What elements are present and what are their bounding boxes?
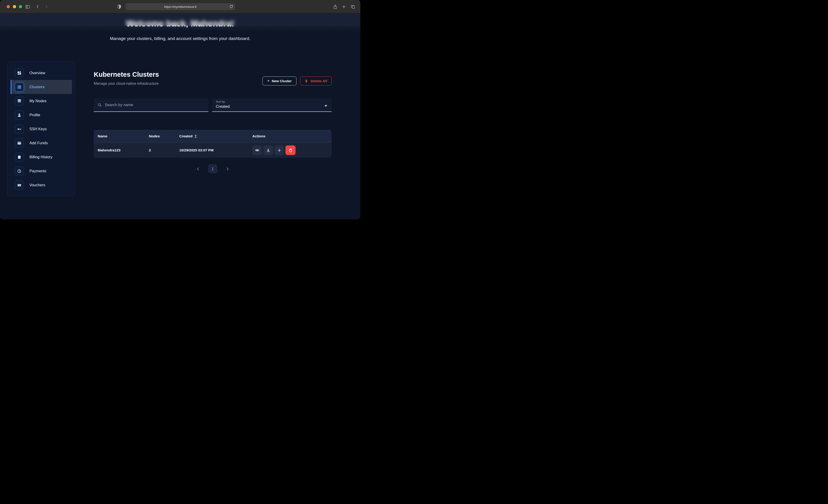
search-input[interactable]	[105, 103, 205, 107]
welcome-subtitle: Manage your clusters, billing, and accou…	[0, 36, 360, 41]
sidebar-item-label: My Nodes	[30, 99, 46, 103]
delete-all-label: Delete All	[310, 79, 327, 83]
sidebar-item-profile[interactable]: Profile	[10, 108, 72, 122]
zoom-window-button[interactable]	[19, 5, 22, 8]
sort-dropdown[interactable]: Sort by Created	[212, 98, 332, 112]
share-icon[interactable]	[333, 4, 338, 9]
cluster-created-cell: 10/29/2025 03:07 PM	[179, 143, 213, 158]
forward-button[interactable]	[44, 4, 49, 9]
column-header-name: Name	[98, 130, 107, 143]
chevron-down-icon	[324, 104, 328, 108]
sidebar-item-label: Overview	[30, 71, 45, 75]
browser-toolbar: https://myceliumcloud.tf	[0, 0, 360, 13]
sidebar-item-label: Payments	[30, 169, 46, 173]
page-number[interactable]: 1	[208, 164, 217, 173]
sidebar-item-add-funds[interactable]: Add Funds	[10, 136, 72, 150]
table-header-row: Name Nodes Created Actions	[94, 130, 332, 143]
new-tab-icon[interactable]	[341, 4, 346, 9]
download-icon	[266, 148, 271, 153]
sidebar-item-label: SSH Keys	[30, 127, 47, 131]
next-page-button[interactable]	[226, 167, 230, 171]
trash-icon	[288, 148, 293, 153]
sidebar-item-vouchers[interactable]: Vouchers	[10, 178, 72, 192]
pagination: 1	[94, 164, 332, 173]
column-header-nodes: Nodes	[149, 130, 160, 143]
plus-glyph: +	[267, 79, 270, 83]
close-window-button[interactable]	[7, 5, 10, 8]
tab-overview-icon[interactable]	[350, 4, 356, 9]
page-title: Kubernetes Clusters	[94, 71, 159, 78]
cluster-nodes-cell: 2	[149, 143, 151, 158]
search-icon	[97, 103, 102, 107]
new-cluster-button[interactable]: + New Cluster	[262, 77, 296, 85]
sidebar-item-label: Clusters	[30, 85, 45, 89]
sidebar-nav: Overview Clusters	[7, 61, 75, 197]
ticket-icon	[15, 180, 24, 190]
sidebar-toggle-icon[interactable]	[25, 4, 30, 9]
server-stack-icon	[15, 82, 24, 92]
clock-icon	[15, 167, 24, 176]
receipt-icon	[15, 153, 24, 162]
cluster-actions-cell	[252, 143, 295, 158]
column-header-created[interactable]: Created	[179, 130, 197, 143]
key-icon	[15, 125, 24, 134]
view-cluster-button[interactable]	[252, 145, 262, 155]
sticky-header-band	[0, 13, 360, 26]
delete-cluster-button[interactable]	[285, 145, 295, 155]
sort-updown-icon	[195, 134, 197, 138]
trash-icon	[304, 79, 308, 83]
table-row: Mahendra123 2 10/29/2025 03:07 PM	[94, 143, 332, 158]
browser-window: https://myceliumcloud.tf Welcome back, M…	[0, 0, 360, 219]
clusters-table: Name Nodes Created Actions Mahendra123 2…	[94, 130, 332, 158]
download-kubeconfig-button[interactable]	[263, 145, 273, 155]
delete-all-button[interactable]: Delete All	[300, 77, 332, 85]
add-node-button[interactable]	[275, 145, 284, 155]
sidebar-item-my-nodes[interactable]: My Nodes	[10, 94, 72, 108]
sidebar-item-payments[interactable]: Payments	[10, 164, 72, 178]
credit-card-icon	[15, 138, 24, 148]
sidebar-item-label: Billing History	[30, 155, 52, 159]
eye-icon	[255, 148, 259, 153]
search-field[interactable]	[94, 98, 208, 112]
sidebar-item-clusters[interactable]: Clusters	[10, 80, 72, 94]
column-header-actions: Actions	[252, 130, 265, 143]
cluster-name-cell: Mahendra123	[98, 143, 120, 158]
address-bar[interactable]: https://myceliumcloud.tf	[125, 3, 235, 10]
privacy-shield-icon[interactable]	[116, 4, 122, 9]
sidebar-item-label: Profile	[30, 113, 40, 117]
new-cluster-label: New Cluster	[272, 79, 292, 83]
sort-value: Created	[216, 104, 328, 109]
minimize-window-button[interactable]	[13, 5, 16, 8]
sidebar-item-overview[interactable]: Overview	[10, 66, 72, 80]
sidebar-item-label: Add Funds	[30, 141, 48, 145]
sort-label: Sort by	[216, 100, 328, 103]
person-icon	[15, 111, 24, 120]
plus-icon	[277, 148, 282, 153]
page-content: Welcome back, Mahendra! Manage your clus…	[0, 13, 360, 219]
reload-icon[interactable]	[229, 4, 234, 10]
sidebar-item-billing-history[interactable]: Billing History	[10, 150, 72, 164]
back-button[interactable]	[35, 4, 40, 9]
node-network-icon	[15, 96, 24, 106]
previous-page-button[interactable]	[196, 167, 200, 171]
page-subtitle: Manage your cloud-native infrastructure	[94, 82, 159, 86]
sidebar-item-ssh-keys[interactable]: SSH Keys	[10, 122, 72, 136]
dashboard-grid-icon	[15, 69, 24, 78]
url-text: https://myceliumcloud.tf	[164, 5, 197, 8]
sidebar-item-label: Vouchers	[30, 183, 45, 187]
